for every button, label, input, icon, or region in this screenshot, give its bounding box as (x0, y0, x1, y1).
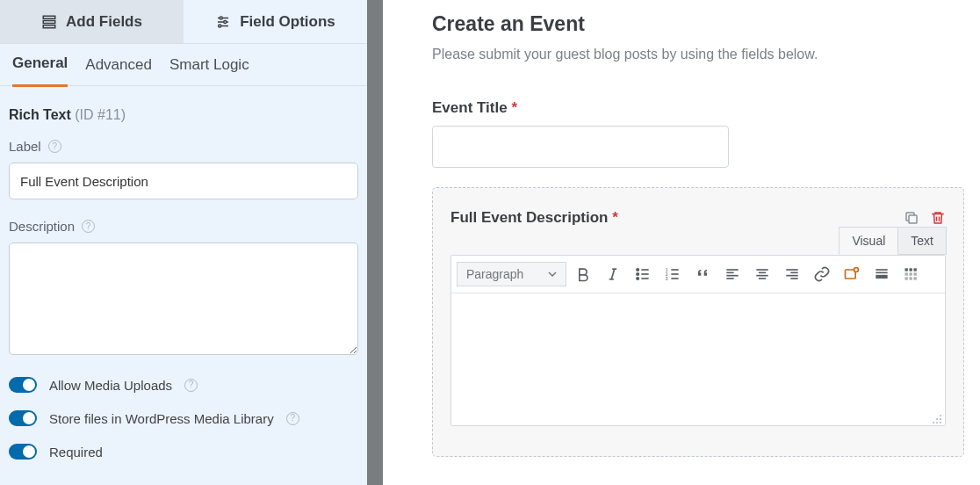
svg-point-6 (220, 17, 222, 19)
svg-point-7 (224, 20, 227, 23)
top-tabs: Add Fields Field Options (0, 0, 367, 44)
format-select[interactable]: Paragraph (457, 262, 566, 286)
svg-point-16 (637, 273, 639, 276)
sliders-icon (215, 14, 231, 30)
builder-sidebar: Add Fields Field Options General Advance… (0, 0, 383, 485)
editor-tab-text[interactable]: Text (898, 227, 947, 255)
store-library-label: Store files in WordPress Media Library (49, 411, 274, 426)
toggle-allow-media: Allow Media Uploads ? (9, 377, 358, 393)
event-title-label: Event Title * (432, 99, 964, 117)
svg-point-8 (219, 25, 221, 27)
field-heading: Rich Text (ID #11) (9, 107, 358, 123)
description-group: Description ? (9, 219, 358, 358)
description-title: Description (9, 219, 75, 234)
resize-handle-icon[interactable] (932, 412, 942, 423)
svg-rect-53 (910, 277, 912, 279)
allow-media-label: Allow Media Uploads (49, 378, 172, 393)
svg-rect-54 (914, 277, 917, 279)
field-event-title[interactable]: Event Title * (432, 99, 964, 168)
field-rich-text-selected[interactable]: Full Event Description * Visual Text Par… (432, 187, 964, 457)
editor-tabs: Visual Text (839, 227, 947, 255)
label-group: Label ? (9, 139, 358, 199)
sub-tabs: General Advanced Smart Logic (0, 44, 367, 86)
duplicate-icon[interactable] (904, 210, 919, 226)
svg-rect-1 (43, 20, 55, 23)
tab-field-options-label: Field Options (240, 13, 335, 31)
rich-text-label: Full Event Description * (450, 209, 618, 227)
svg-point-59 (936, 422, 938, 423)
svg-point-60 (940, 422, 941, 423)
link-button[interactable] (809, 261, 835, 287)
store-library-toggle[interactable] (9, 410, 37, 426)
description-input[interactable] (9, 242, 358, 355)
required-asterisk: * (612, 209, 618, 226)
align-left-button[interactable] (719, 261, 746, 287)
svg-point-58 (933, 422, 934, 423)
options-panel: Rich Text (ID #11) Label ? Description ?… (0, 86, 367, 485)
svg-rect-45 (876, 275, 888, 279)
svg-point-55 (940, 415, 941, 416)
form-preview: Create an Event Please submit your guest… (383, 0, 980, 485)
field-type-label: Rich Text (9, 107, 71, 122)
align-right-button[interactable] (779, 261, 805, 287)
editor-content-area[interactable] (451, 293, 945, 425)
blockquote-button[interactable] (689, 261, 716, 287)
rich-text-editor: Paragraph 123 (450, 255, 946, 426)
field-actions (904, 210, 946, 226)
tab-field-options[interactable]: Field Options (184, 0, 367, 43)
svg-rect-52 (905, 277, 908, 279)
subtab-general[interactable]: General (12, 54, 68, 87)
svg-rect-48 (914, 268, 917, 271)
add-fields-icon (41, 14, 57, 30)
tab-add-fields-label: Add Fields (66, 13, 142, 31)
numbered-list-button[interactable]: 123 (659, 261, 686, 287)
subtab-smart-logic[interactable]: Smart Logic (169, 56, 249, 86)
svg-rect-2 (43, 25, 55, 27)
svg-point-17 (637, 278, 639, 280)
svg-rect-51 (914, 272, 917, 275)
format-select-label: Paragraph (466, 267, 523, 281)
help-icon[interactable]: ? (48, 140, 61, 153)
svg-line-14 (612, 269, 615, 279)
help-icon[interactable]: ? (184, 379, 198, 392)
editor-toolbar: Paragraph 123 (451, 256, 945, 293)
svg-rect-49 (905, 272, 908, 275)
required-asterisk: * (511, 99, 517, 116)
editor-tab-visual[interactable]: Visual (839, 227, 898, 255)
toggle-required: Required (9, 444, 358, 460)
bullet-list-button[interactable] (630, 261, 656, 287)
event-title-input[interactable] (432, 126, 729, 168)
chevron-down-icon (548, 270, 557, 279)
svg-rect-47 (910, 268, 912, 271)
subtab-advanced[interactable]: Advanced (85, 56, 152, 86)
svg-point-57 (940, 418, 941, 420)
svg-rect-46 (905, 268, 908, 271)
rich-text-label-text: Full Event Description (450, 209, 608, 226)
required-toggle[interactable] (9, 444, 37, 460)
label-title: Label (9, 139, 41, 154)
italic-button[interactable] (600, 261, 626, 287)
form-intro: Please submit your guest blog posts by u… (432, 47, 964, 62)
label-input[interactable] (9, 163, 358, 199)
event-title-label-text: Event Title (432, 99, 508, 116)
bold-button[interactable] (570, 261, 596, 287)
align-center-button[interactable] (749, 261, 775, 287)
add-media-button[interactable] (839, 261, 865, 287)
svg-rect-0 (43, 16, 55, 18)
svg-rect-9 (909, 215, 917, 223)
help-icon[interactable]: ? (286, 412, 299, 425)
toolbar-toggle-button[interactable] (898, 261, 925, 287)
field-id-label: (ID #11) (75, 107, 126, 122)
delete-icon[interactable] (930, 210, 946, 226)
toggle-store-library: Store files in WordPress Media Library ? (9, 410, 358, 426)
tab-add-fields[interactable]: Add Fields (0, 0, 184, 43)
required-label: Required (49, 445, 103, 460)
insert-more-button[interactable] (868, 261, 895, 287)
form-title: Create an Event (432, 12, 964, 36)
svg-point-15 (637, 269, 639, 271)
help-icon[interactable]: ? (82, 220, 95, 233)
svg-text:3: 3 (666, 276, 668, 281)
svg-point-56 (936, 418, 938, 420)
allow-media-toggle[interactable] (9, 377, 37, 393)
svg-rect-50 (910, 272, 912, 275)
